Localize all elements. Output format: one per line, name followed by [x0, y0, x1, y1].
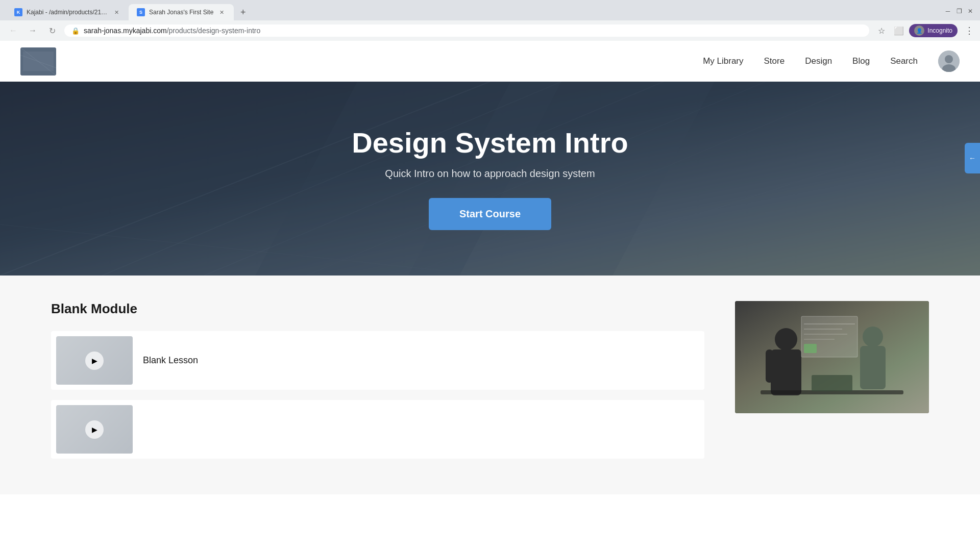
address-bar[interactable]: 🔒 sarah-jonas.mykajabi.com/products/desi… — [64, 24, 869, 37]
address-domain: sarah-jonas.mykajabi.com — [84, 27, 167, 35]
sidebar-img-svg — [735, 301, 929, 413]
tab-favicon-kajabi: K — [14, 8, 22, 16]
hero-title: Design System Intro — [352, 127, 628, 159]
forward-button[interactable]: → — [26, 23, 40, 38]
address-bar-row: ← → ↻ 🔒 sarah-jonas.mykajabi.com/product… — [0, 20, 980, 41]
lesson-thumb-inner-2: ▶ — [56, 405, 133, 454]
close-button[interactable]: ✕ — [967, 8, 974, 15]
refresh-button[interactable]: ↻ — [45, 23, 59, 38]
address-path: /products/design-system-intro — [167, 27, 261, 35]
logo-image — [20, 47, 56, 76]
play-icon-2: ▶ — [85, 420, 104, 439]
lesson-thumbnail: ▶ — [56, 336, 133, 385]
content-section: Blank Module ▶ Blank Lesson ▶ — [0, 276, 980, 494]
tab-favicon-sarah: S — [137, 8, 145, 16]
lesson-name: Blank Lesson — [143, 355, 198, 366]
nav-blog[interactable]: Blog — [852, 56, 870, 66]
avatar-svg — [938, 51, 960, 72]
site-logo[interactable] — [20, 47, 56, 76]
address-actions: ☆ ⬜ 👤 Incognito ⋮ — [874, 23, 974, 38]
hero-section: Design System Intro Quick Intro on how t… — [0, 82, 980, 276]
play-icon: ▶ — [85, 352, 104, 370]
hero-subtitle: Quick Intro on how to approach design sy… — [352, 168, 628, 180]
tab-close-kajabi[interactable]: ✕ — [112, 8, 120, 16]
svg-rect-32 — [812, 375, 852, 391]
tab-title-kajabi: Kajabi - /admin/products/21481... — [27, 9, 108, 16]
tab-kajabi[interactable]: K Kajabi - /admin/products/21481... ✕ — [6, 4, 129, 20]
tab-title-sarah: Sarah Jonas's First Site — [149, 9, 213, 16]
module-title: Blank Module — [51, 301, 704, 317]
side-panel-toggle[interactable]: ← — [965, 143, 980, 173]
lesson-thumb-inner: ▶ — [56, 336, 133, 385]
svg-rect-30 — [804, 344, 817, 353]
restore-button[interactable]: ❐ — [955, 8, 963, 15]
svg-rect-22 — [794, 349, 801, 383]
site-nav: My Library Store Design Blog Search — [0, 41, 980, 82]
sidebar-image — [735, 301, 929, 413]
lesson-item[interactable]: ▶ Blank Lesson — [51, 331, 704, 390]
start-course-button[interactable]: Start Course — [429, 198, 551, 230]
incognito-icon: 👤 — [914, 26, 924, 36]
title-bar: K Kajabi - /admin/products/21481... ✕ S … — [0, 0, 980, 20]
bookmark-button[interactable]: ☆ — [874, 23, 889, 38]
modules-list: Blank Module ▶ Blank Lesson ▶ — [51, 301, 704, 469]
lock-icon: 🔒 — [71, 27, 80, 35]
user-avatar[interactable] — [938, 51, 960, 72]
new-tab-button[interactable]: + — [236, 5, 250, 19]
cast-button[interactable]: ⬜ — [892, 23, 906, 38]
tabs-row: K Kajabi - /admin/products/21481... ✕ S … — [6, 4, 250, 20]
back-button[interactable]: ← — [6, 23, 20, 38]
browser-menu-button[interactable]: ⋮ — [965, 25, 974, 36]
page-wrapper: My Library Store Design Blog Search — [0, 41, 980, 494]
nav-design[interactable]: Design — [805, 56, 832, 66]
logo-svg — [20, 47, 56, 76]
nav-store[interactable]: Store — [764, 56, 785, 66]
panel-arrow-icon: ← — [969, 154, 976, 162]
lesson-item-2[interactable]: ▶ — [51, 400, 704, 459]
svg-point-23 — [863, 327, 883, 347]
window-controls: ─ ❐ ✕ — [944, 8, 974, 17]
browser-chrome: K Kajabi - /admin/products/21481... ✕ S … — [0, 0, 980, 41]
tab-sarah-jonas[interactable]: S Sarah Jonas's First Site ✕ — [129, 4, 234, 20]
incognito-label: Incognito — [927, 27, 952, 34]
minimize-button[interactable]: ─ — [944, 8, 951, 15]
svg-rect-21 — [766, 349, 773, 383]
incognito-badge: 👤 Incognito — [909, 24, 958, 37]
nav-links: My Library Store Design Blog Search — [703, 51, 960, 72]
nav-search[interactable]: Search — [890, 56, 918, 66]
svg-point-5 — [945, 55, 953, 63]
nav-my-library[interactable]: My Library — [703, 56, 743, 66]
svg-point-19 — [775, 328, 797, 350]
svg-rect-24 — [860, 346, 886, 389]
tab-close-sarah[interactable]: ✕ — [217, 8, 226, 16]
address-text: sarah-jonas.mykajabi.com/products/design… — [84, 27, 862, 35]
hero-content: Design System Intro Quick Intro on how t… — [352, 127, 628, 230]
lesson-thumbnail-2: ▶ — [56, 405, 133, 454]
